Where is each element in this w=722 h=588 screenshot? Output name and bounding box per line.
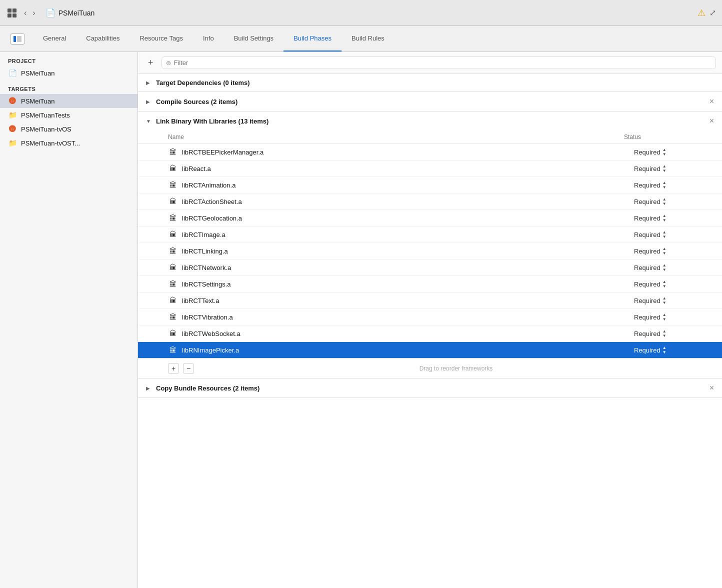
table-row[interactable]: 🏛 libRCTVibration.a Required ▲▼ [138, 309, 722, 326]
tab-general[interactable]: General [33, 26, 76, 52]
add-library-button[interactable]: + [168, 363, 179, 374]
lib-name-1: libReact.a [182, 165, 634, 172]
sidebar-item-target-1[interactable]: 📁 PSMeiTuanTests [0, 108, 138, 122]
forward-button[interactable]: › [30, 8, 37, 18]
content-area: + ⊜ ▶ Target Dependencies (0 items) ▶ Co… [138, 52, 722, 588]
sidebar-toggle[interactable] [10, 34, 25, 44]
lib-icon-3: 🏛 [168, 196, 178, 206]
lib-table-footer: + − Drag to reorder frameworks [138, 358, 722, 378]
stepper-0[interactable]: ▲▼ [662, 148, 666, 156]
table-row[interactable]: 🏛 libRCTWebSocket.a Required ▲▼ [138, 326, 722, 342]
tab-build-phases[interactable]: Build Phases [284, 26, 342, 52]
main-layout: PROJECT 📄 PSMeiTuan TARGETS 🅐 PSMeiTuan … [0, 52, 722, 588]
toolbar-title: 📄 PSMeiTuan [46, 8, 95, 18]
warning-icon: ⚠ [698, 8, 706, 18]
phase-link-binary-header[interactable]: ▼ Link Binary With Libraries (13 items) … [138, 112, 722, 130]
stepper-10[interactable]: ▲▼ [662, 312, 666, 322]
stepper-1[interactable]: ▲▼ [662, 164, 666, 173]
back-button[interactable]: ‹ [22, 8, 28, 18]
stepper-12[interactable]: ▲▼ [662, 346, 666, 354]
table-row[interactable]: 🏛 libReact.a Required ▲▼ [138, 160, 722, 177]
filter-input-wrap: ⊜ [162, 56, 716, 69]
tab-info[interactable]: Info [193, 26, 224, 52]
lib-name-0: libRCTBEEPickerManager.a [182, 148, 634, 156]
remove-library-button[interactable]: − [183, 363, 194, 374]
stepper-3[interactable]: ▲▼ [662, 197, 666, 206]
tab-build-settings[interactable]: Build Settings [224, 26, 284, 52]
phase-copy-bundle-header[interactable]: ▶ Copy Bundle Resources (2 items) × [138, 378, 722, 398]
table-row[interactable]: 🏛 libRCTBEEPickerManager.a Required ▲▼ [138, 144, 722, 160]
stepper-7[interactable]: ▲▼ [662, 263, 666, 272]
stepper-2[interactable]: ▲▼ [662, 180, 666, 190]
tab-build-rules[interactable]: Build Rules [342, 26, 394, 52]
add-phase-button[interactable]: + [144, 58, 158, 68]
sidebar-item-target-2[interactable]: 🅐 PSMeiTuan-tvOS [0, 122, 138, 136]
lib-status-8: Required ▲▼ [634, 280, 714, 288]
lib-name-5: libRCTImage.a [182, 231, 634, 238]
lib-icon-7: 🏛 [168, 262, 178, 272]
project-item-name: PSMeiTuan [21, 70, 54, 77]
lib-icon-10: 🏛 [168, 312, 178, 322]
table-row[interactable]: 🏛 libRCTSettings.a Required ▲▼ [138, 276, 722, 292]
lib-status-0: Required ▲▼ [634, 148, 714, 156]
lib-name-3: libRCTActionSheet.a [182, 198, 634, 206]
lib-icon-2: 🏛 [168, 180, 178, 190]
table-row-selected[interactable]: 🏛 libRNImagePicker.a Required ▲▼ [138, 342, 722, 358]
filter-input[interactable] [174, 59, 712, 66]
lib-icon-6: 🏛 [168, 246, 178, 256]
phase-compile-expand-icon: ▶ [146, 99, 152, 104]
phase-compile-sources-header[interactable]: ▶ Compile Sources (2 items) × [138, 92, 722, 111]
target-3-name: PSMeiTuan-tvOST... [21, 140, 80, 147]
table-row[interactable]: 🏛 libRCTImage.a Required ▲▼ [138, 226, 722, 243]
stepper-11[interactable]: ▲▼ [662, 329, 666, 338]
stepper-5[interactable]: ▲▼ [662, 230, 666, 239]
lib-status-7: Required ▲▼ [634, 263, 714, 272]
phase-compile-sources-title: Compile Sources (2 items) [156, 98, 238, 106]
lib-status-5: Required ▲▼ [634, 230, 714, 239]
lib-status-4: Required ▲▼ [634, 214, 714, 222]
tab-capabilities[interactable]: Capabilities [76, 26, 130, 52]
phase-expand-icon: ▶ [146, 80, 152, 86]
lib-status-2: Required ▲▼ [634, 180, 714, 190]
lib-status-9: Required ▲▼ [634, 296, 714, 305]
project-file-icon: 📄 [8, 68, 17, 78]
stepper-6[interactable]: ▲▼ [662, 246, 666, 256]
filter-bar: + ⊜ [138, 52, 722, 74]
table-row[interactable]: 🏛 libRCTNetwork.a Required ▲▼ [138, 260, 722, 276]
phase-copy-close-button[interactable]: × [710, 384, 714, 392]
sidebar: PROJECT 📄 PSMeiTuan TARGETS 🅐 PSMeiTuan … [0, 52, 138, 588]
table-row[interactable]: 🏛 libRCTAnimation.a Required ▲▼ [138, 177, 722, 194]
stepper-9[interactable]: ▲▼ [662, 296, 666, 305]
library-table: Name Status 🏛 libRCTBEEPickerManager.a R… [138, 130, 722, 378]
table-row[interactable]: 🏛 libRCTGeolocation.a Required ▲▼ [138, 210, 722, 226]
stepper-8[interactable]: ▲▼ [662, 280, 666, 288]
sidebar-item-project[interactable]: 📄 PSMeiTuan [0, 66, 138, 80]
target-3-icon: 📁 [8, 138, 17, 148]
lib-status-3: Required ▲▼ [634, 197, 714, 206]
lib-name-11: libRCTWebSocket.a [182, 330, 634, 338]
lib-name-10: libRCTVibration.a [182, 314, 634, 321]
targets-section-label: TARGETS [0, 80, 138, 94]
lib-icon-5: 🏛 [168, 230, 178, 240]
phase-compile-sources: ▶ Compile Sources (2 items) × [138, 92, 722, 112]
sidebar-item-target-0[interactable]: 🅐 PSMeiTuan [0, 94, 138, 108]
target-1-name: PSMeiTuanTests [21, 112, 70, 119]
phase-compile-close-button[interactable]: × [710, 97, 714, 106]
phase-link-expand-icon: ▼ [146, 118, 152, 124]
phase-target-dependencies-header[interactable]: ▶ Target Dependencies (0 items) [138, 74, 722, 92]
table-row[interactable]: 🏛 libRCTLinking.a Required ▲▼ [138, 243, 722, 260]
lib-status-11: Required ▲▼ [634, 329, 714, 338]
stepper-4[interactable]: ▲▼ [662, 214, 666, 222]
target-2-icon: 🅐 [8, 124, 17, 134]
expand-button[interactable]: ⤢ [710, 8, 716, 18]
lib-name-4: libRCTGeolocation.a [182, 214, 634, 222]
sidebar-item-target-3[interactable]: 📁 PSMeiTuan-tvOST... [0, 136, 138, 150]
table-row[interactable]: 🏛 libRCTText.a Required ▲▼ [138, 292, 722, 309]
phase-target-dependencies: ▶ Target Dependencies (0 items) [138, 74, 722, 92]
phase-link-close-button[interactable]: × [710, 116, 714, 126]
target-0-icon: 🅐 [8, 96, 17, 106]
lib-name-7: libRCTNetwork.a [182, 264, 634, 272]
table-row[interactable]: 🏛 libRCTActionSheet.a Required ▲▼ [138, 194, 722, 210]
tab-resource-tags[interactable]: Resource Tags [130, 26, 192, 52]
file-icon: 📄 [46, 8, 56, 18]
